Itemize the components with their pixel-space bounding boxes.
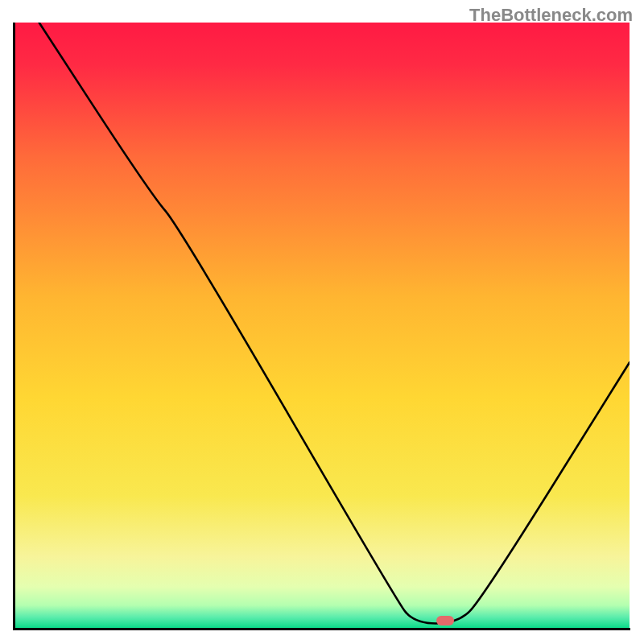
watermark: TheBottleneck.com <box>469 5 633 26</box>
bottleneck-curve <box>14 23 630 630</box>
chart-plot-area <box>14 23 630 630</box>
x-axis <box>13 628 630 630</box>
optimal-marker <box>436 616 454 625</box>
y-axis <box>13 23 15 630</box>
